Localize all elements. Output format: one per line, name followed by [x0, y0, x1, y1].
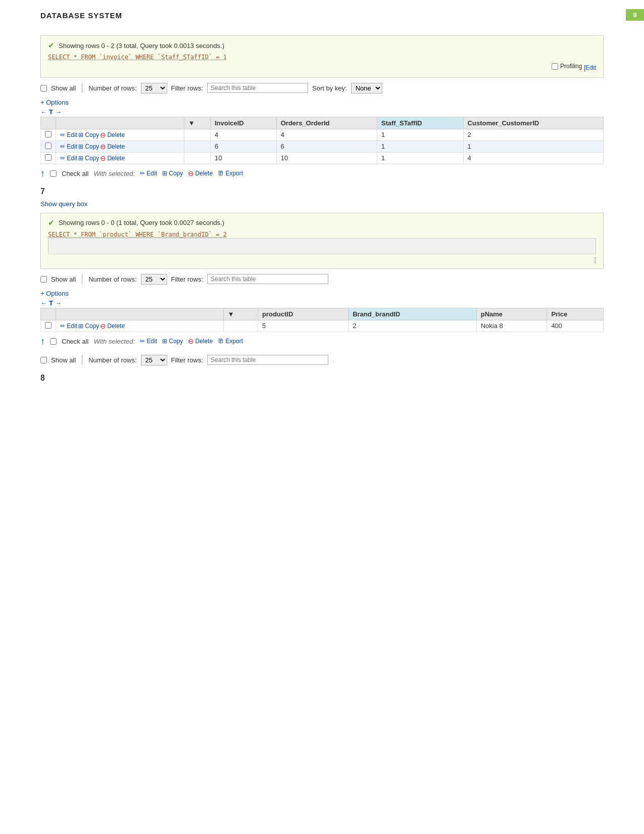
copy-btn-1-3[interactable]: ⊞ Copy: [78, 155, 99, 162]
th-price[interactable]: Price: [547, 308, 604, 320]
cell-sort-3: [184, 152, 210, 164]
show-query-box-link[interactable]: Show query box: [40, 200, 87, 208]
delete-btn-1-1[interactable]: ⊖ Delete: [100, 131, 125, 139]
check-all-checkbox-1[interactable]: [50, 170, 57, 177]
back-to-top-1[interactable]: ↑: [40, 168, 45, 179]
dot-3: .: [332, 356, 334, 363]
table-row: ✏ Edit ⊞ Copy ⊖ Delete 6 6 1 1: [41, 141, 604, 152]
divider-2: [82, 274, 82, 284]
th-actions-col-1: [56, 117, 184, 129]
nav-right-2[interactable]: →: [55, 299, 62, 307]
th-customer-customerid[interactable]: Customer_CustomerID: [463, 117, 603, 129]
row-checkbox-2-1[interactable]: [45, 322, 52, 329]
sql-query-1[interactable]: SELECT * FROM `invoice` WHERE `Staff_STa…: [48, 54, 227, 61]
back-to-top-2[interactable]: ↑: [40, 336, 45, 347]
delete-btn-1-3[interactable]: ⊖ Delete: [100, 154, 125, 162]
filter-input-3[interactable]: [207, 355, 328, 365]
bulk-edit-btn-1[interactable]: ✏ Edit: [140, 170, 157, 177]
nav-left-2[interactable]: ←: [40, 299, 47, 307]
th-staff-staffid[interactable]: Staff_STaffID: [377, 117, 463, 129]
row-checkbox-1-1[interactable]: [45, 131, 52, 137]
show-all-checkbox-2[interactable]: [40, 276, 47, 283]
cell-orders-id-1: 4: [276, 129, 377, 141]
bottom-actions-2: ↑ Check all With selected: ✏ Edit ⊞ Copy…: [40, 336, 604, 347]
num-rows-label-2: Number of rows:: [88, 275, 136, 283]
table-row: ✏ Edit ⊞ Copy ⊖ Delete 4 4 1 2: [41, 129, 604, 141]
filter-input-2[interactable]: [207, 274, 328, 284]
check-all-checkbox-2[interactable]: [50, 338, 57, 345]
num-rows-select-1[interactable]: 25 50 100: [141, 83, 167, 94]
filter-label-1: Filter rows:: [171, 84, 204, 92]
edit-btn-1-3[interactable]: ✏ Edit: [60, 155, 77, 162]
cell-brand-id-1: 2: [349, 320, 477, 332]
edit-btn-1-1[interactable]: ✏ Edit: [60, 131, 77, 138]
success-icon-1: ✔: [48, 41, 55, 50]
sql-query-2[interactable]: SELECT * FROM `product` WHERE `Brand_bra…: [48, 231, 227, 238]
section-number-7: 7: [40, 187, 604, 196]
cell-invoice-id-3: 10: [210, 152, 276, 164]
profiling-checkbox-1[interactable]: [552, 63, 558, 70]
copy-btn-1-2[interactable]: ⊞ Copy: [78, 143, 99, 150]
th-sort-2[interactable]: ▼: [223, 308, 258, 320]
profiling-edit-link-1[interactable]: [Edit: [584, 64, 596, 71]
num-rows-select-3[interactable]: 25 50 100: [141, 355, 167, 365]
cell-customer-id-1: 2: [463, 129, 603, 141]
cell-customer-id-3: 4: [463, 152, 603, 164]
result-box-gray-2: [48, 238, 596, 254]
sort-key-select-1[interactable]: None: [351, 83, 382, 94]
th-checkbox-col-1: [41, 117, 56, 129]
nav-t-1[interactable]: T: [48, 108, 54, 116]
nav-t-2[interactable]: T: [48, 299, 54, 307]
with-selected-label-2: With selected:: [93, 338, 135, 345]
nav-left-1[interactable]: ←: [40, 108, 47, 116]
row-checkbox-1-3[interactable]: [45, 154, 52, 161]
th-pname[interactable]: pName: [476, 308, 547, 320]
cell-sort-1: [184, 129, 210, 141]
filter-input-1[interactable]: [207, 83, 308, 93]
filter-label-2: Filter rows:: [171, 275, 204, 283]
th-brand-brandid[interactable]: Brand_brandID: [349, 308, 477, 320]
cell-invoice-id-2: 6: [210, 141, 276, 152]
cell-orders-id-3: 10: [276, 152, 377, 164]
edit-btn-1-2[interactable]: ✏ Edit: [60, 143, 77, 150]
cell-invoice-id-1: 4: [210, 129, 276, 141]
copy-btn-1-1[interactable]: ⊞ Copy: [78, 131, 99, 138]
th-sort-1[interactable]: ▼: [184, 117, 210, 129]
controls-row-3: Show all Number of rows: 25 50 100 Filte…: [40, 355, 604, 365]
delete-btn-2-1[interactable]: ⊖ Delete: [100, 322, 125, 330]
controls-row-1: Show all Number of rows: 25 50 100 Filte…: [40, 83, 604, 94]
bulk-copy-btn-2[interactable]: ⊞ Copy: [162, 338, 183, 345]
bulk-edit-btn-2[interactable]: ✏ Edit: [140, 338, 157, 345]
bulk-export-btn-1[interactable]: 🖹 Export: [218, 170, 243, 177]
invoice-table: ▼ InvoiceID Orders_OrderId Staff_STaffID…: [40, 117, 604, 164]
sort-label-1: Sort by key:: [312, 84, 347, 92]
th-invoiceid[interactable]: InvoiceID: [210, 117, 276, 129]
row-checkbox-1-2[interactable]: [45, 143, 52, 149]
bulk-export-btn-2[interactable]: 🖹 Export: [218, 338, 243, 345]
page-title: DATABASE SYSTEM: [40, 11, 122, 20]
result-box-2: ✔ Showing rows 0 - 0 (1 total, Query too…: [40, 213, 604, 269]
options-link-1[interactable]: + Options: [40, 99, 69, 106]
controls-row-2: Show all Number of rows: 25 50 100 Filte…: [40, 274, 604, 285]
options-link-2[interactable]: + Options: [40, 290, 69, 297]
success-icon-2: ✔: [48, 218, 55, 227]
bulk-delete-btn-2[interactable]: ⊖ Delete: [188, 337, 213, 345]
bottom-actions-1: ↑ Check all With selected: ✏ Edit ⊞ Copy…: [40, 168, 604, 179]
divider-3: [82, 355, 82, 364]
divider-1: [82, 83, 82, 92]
table-row: ✏ Edit ⊞ Copy ⊖ Delete 10 10 1 4: [41, 152, 604, 164]
section-number-8: 8: [40, 374, 604, 383]
nav-right-1[interactable]: →: [55, 108, 62, 116]
show-all-checkbox-1[interactable]: [40, 85, 47, 91]
show-all-checkbox-3[interactable]: [40, 357, 47, 363]
delete-btn-1-2[interactable]: ⊖ Delete: [100, 143, 125, 151]
show-all-label-1: Show all: [51, 84, 76, 92]
bulk-delete-btn-1[interactable]: ⊖ Delete: [188, 169, 213, 177]
th-orders-orderid[interactable]: Orders_OrderId: [276, 117, 377, 129]
copy-btn-2-1[interactable]: ⊞ Copy: [78, 322, 99, 330]
with-selected-label-1: With selected:: [93, 170, 135, 177]
edit-btn-2-1[interactable]: ✏ Edit: [60, 322, 77, 330]
bulk-copy-btn-1[interactable]: ⊞ Copy: [162, 170, 183, 177]
th-productid[interactable]: productID: [258, 308, 348, 320]
num-rows-select-2[interactable]: 25 50 100: [141, 274, 167, 285]
